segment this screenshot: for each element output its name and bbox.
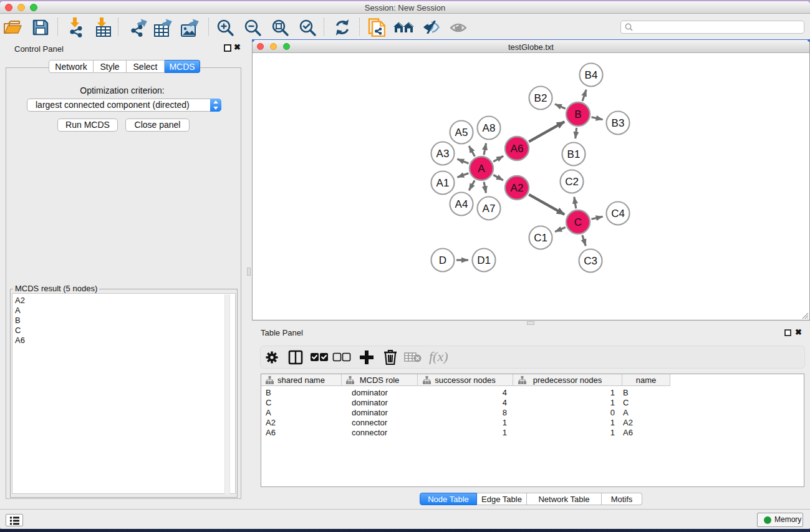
svg-text:B3: B3 <box>612 117 625 129</box>
svg-text:D: D <box>439 254 446 266</box>
svg-text:A1: A1 <box>436 177 450 189</box>
svg-text:A6: A6 <box>511 143 524 155</box>
svg-text:C: C <box>574 216 582 228</box>
svg-text:C2: C2 <box>565 176 579 188</box>
svg-text:C3: C3 <box>584 255 597 267</box>
svg-text:B1: B1 <box>567 148 581 160</box>
svg-text:C4: C4 <box>611 208 625 220</box>
svg-text:A5: A5 <box>455 127 468 138</box>
svg-text:A2: A2 <box>511 182 524 194</box>
svg-text:A3: A3 <box>436 148 450 160</box>
svg-text:B2: B2 <box>534 92 547 104</box>
svg-text:B: B <box>574 109 581 120</box>
svg-text:A: A <box>478 163 485 175</box>
svg-text:A4: A4 <box>455 198 468 210</box>
svg-text:B4: B4 <box>585 69 598 81</box>
svg-text:A7: A7 <box>483 203 496 215</box>
svg-text:D1: D1 <box>477 254 491 266</box>
svg-text:C1: C1 <box>534 232 547 244</box>
svg-text:A8: A8 <box>483 122 496 134</box>
